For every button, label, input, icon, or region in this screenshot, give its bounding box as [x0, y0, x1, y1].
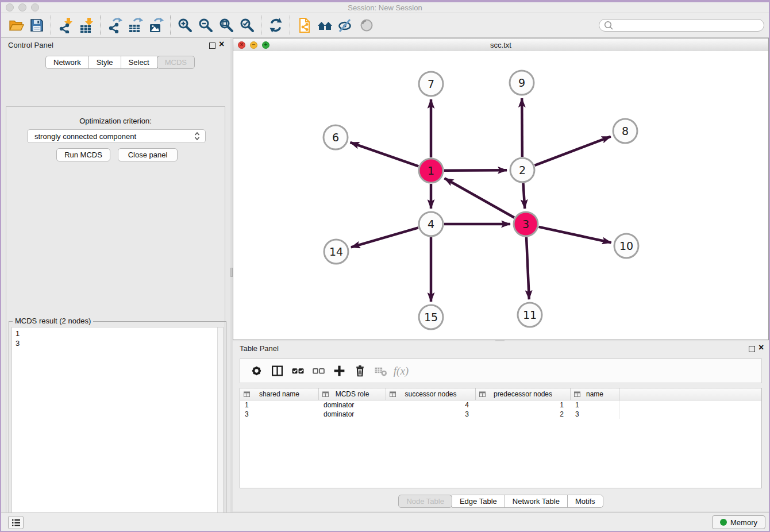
- export-network-button[interactable]: [105, 15, 125, 36]
- new-network-from-selection-button[interactable]: [294, 15, 315, 36]
- equation-builder-button: f(x): [391, 361, 411, 381]
- graph-edge-4-14[interactable]: [351, 228, 418, 247]
- hide-selected-button[interactable]: [336, 15, 356, 36]
- float-table-panel-icon[interactable]: [749, 346, 755, 352]
- import-table-button[interactable]: [76, 15, 97, 36]
- graph-edge-1-6[interactable]: [350, 142, 418, 167]
- open-session-button[interactable]: [6, 15, 26, 36]
- tab-motifs[interactable]: Motifs: [567, 495, 603, 508]
- graph-edge-3-11[interactable]: [526, 237, 529, 299]
- zoom-fit-button[interactable]: [216, 15, 237, 36]
- apply-layout-button[interactable]: [265, 15, 286, 36]
- delete-column-button[interactable]: [349, 361, 370, 381]
- search-box[interactable]: [599, 19, 764, 32]
- select-all-icon: [291, 364, 305, 377]
- column-header-MCDS-role[interactable]: MCDS role: [319, 388, 386, 400]
- table-settings-button[interactable]: [246, 361, 267, 381]
- network-canvas[interactable]: 7968124314101511: [233, 51, 768, 340]
- column-header-successor-nodes[interactable]: successor nodes: [386, 388, 476, 400]
- tab-select[interactable]: Select: [121, 56, 157, 69]
- toggle-columns-button[interactable]: [267, 361, 287, 381]
- memory-button[interactable]: Memory: [712, 515, 765, 529]
- float-panel-icon[interactable]: [209, 43, 215, 49]
- graph-node-9[interactable]: 9: [510, 71, 534, 95]
- graph-edge-3-1[interactable]: [445, 178, 514, 217]
- table-cell[interactable]: 3: [240, 410, 319, 419]
- window-title: Session: New Session: [1, 3, 769, 12]
- zoom-in-button[interactable]: [175, 15, 195, 36]
- close-panel-icon[interactable]: ×: [219, 40, 224, 49]
- toolbar-separator: [51, 16, 52, 35]
- column-label: successor nodes: [405, 390, 456, 398]
- graph-node-1[interactable]: 1: [419, 159, 443, 183]
- select-all-button[interactable]: [287, 361, 308, 381]
- graph-node-2[interactable]: 2: [510, 158, 534, 182]
- table-cell[interactable]: 2: [476, 410, 571, 419]
- add-column-button[interactable]: [329, 361, 349, 381]
- graph-node-7[interactable]: 7: [419, 72, 443, 96]
- graph-edge-2-3[interactable]: [523, 183, 525, 209]
- toolbar-separator: [290, 16, 291, 35]
- close-panel-button[interactable]: Close panel: [118, 148, 178, 161]
- import-network-button[interactable]: [55, 15, 76, 36]
- graph-edge-2-9[interactable]: [522, 98, 522, 157]
- show-all-button[interactable]: [356, 15, 377, 36]
- graph-edge-3-10[interactable]: [538, 227, 611, 242]
- toolbar-separator: [261, 16, 262, 35]
- zoom-selected-button[interactable]: [237, 15, 257, 36]
- zoom-out-button[interactable]: [195, 15, 216, 36]
- tab-network[interactable]: Network: [45, 56, 89, 69]
- table-cell[interactable]: 3: [386, 410, 476, 419]
- table-cell[interactable]: 1: [571, 400, 619, 410]
- table-cell[interactable]: dominator: [319, 400, 386, 410]
- graph-node-6[interactable]: 6: [324, 125, 348, 149]
- node-table: shared nameMCDS rolesuccessor nodesprede…: [240, 388, 762, 488]
- mcds-result-group: MCDS result (2 nodes) 1 3: [9, 321, 226, 532]
- network-graph[interactable]: 7968124314101511: [233, 51, 768, 339]
- svg-text:4: 4: [428, 218, 434, 230]
- run-mcds-button[interactable]: Run MCDS: [56, 148, 110, 161]
- save-session-icon: [29, 17, 45, 33]
- search-input[interactable]: [614, 20, 764, 30]
- graph-node-11[interactable]: 11: [518, 303, 542, 327]
- graph-node-3[interactable]: 3: [514, 212, 538, 236]
- table-cell[interactable]: 3: [571, 410, 619, 419]
- graph-node-14[interactable]: 14: [324, 240, 348, 264]
- graph-node-15[interactable]: 15: [419, 305, 443, 329]
- table-cell[interactable]: dominator: [319, 410, 386, 419]
- import-network-icon: [57, 17, 74, 33]
- zoom-out-icon: [198, 17, 214, 33]
- table-cell[interactable]: 1: [240, 400, 319, 410]
- save-session-button[interactable]: [26, 15, 47, 36]
- criterion-select[interactable]: strongly connected component: [27, 129, 206, 143]
- graph-node-8[interactable]: 8: [613, 119, 637, 143]
- table-row[interactable]: 3dominator323: [240, 410, 761, 419]
- graph-edge-1-2[interactable]: [444, 170, 507, 171]
- graph-node-4[interactable]: 4: [419, 212, 443, 236]
- first-neighbors-button[interactable]: [315, 15, 336, 36]
- deselect-all-button[interactable]: [308, 361, 329, 381]
- column-header-predecessor-nodes[interactable]: predecessor nodes: [476, 388, 571, 400]
- network-view-window: × − + scc.txt 7968124314101511: [233, 38, 769, 340]
- tab-style[interactable]: Style: [88, 56, 121, 69]
- task-history-button[interactable]: [8, 516, 24, 529]
- graph-edge-2-8[interactable]: [535, 137, 611, 165]
- result-scrollbar[interactable]: [217, 327, 223, 532]
- delete-column-icon: [353, 364, 367, 377]
- control-panel-title: Control Panel: [8, 41, 53, 49]
- table-cell[interactable]: 1: [476, 400, 571, 410]
- column-header-shared-name[interactable]: shared name: [240, 388, 319, 400]
- tab-mcds[interactable]: MCDS: [157, 56, 195, 69]
- zoom-in-icon: [177, 17, 193, 33]
- tab-network-table[interactable]: Network Table: [505, 495, 568, 508]
- tab-node-table[interactable]: Node Table: [398, 495, 452, 508]
- graph-node-10[interactable]: 10: [614, 234, 638, 258]
- tab-edge-table[interactable]: Edge Table: [452, 495, 505, 508]
- mcds-result-area[interactable]: 1 3: [11, 327, 224, 532]
- column-header-name[interactable]: name: [571, 388, 619, 400]
- table-cell[interactable]: 4: [386, 400, 476, 410]
- export-table-button[interactable]: [125, 15, 146, 36]
- table-row[interactable]: 1dominator411: [240, 400, 761, 410]
- close-table-panel-icon[interactable]: ×: [759, 343, 764, 352]
- export-image-button[interactable]: [146, 15, 167, 36]
